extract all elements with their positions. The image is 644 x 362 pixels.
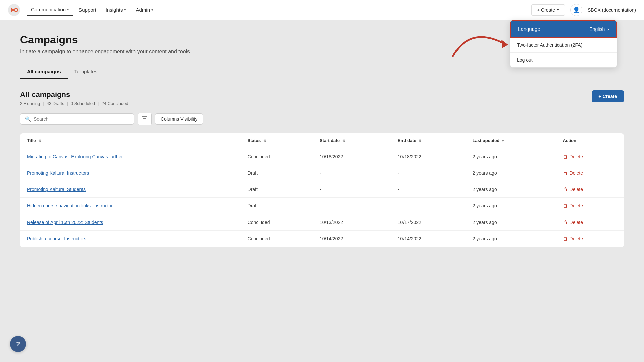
help-button[interactable]: ? [10, 336, 26, 352]
top-navigation: Communication ▾ Support Insights ▾ Admin… [0, 0, 644, 20]
delete-label: Delete [570, 170, 583, 176]
cell-start-date-2: - [313, 181, 391, 198]
language-chevron-icon: › [607, 26, 609, 32]
two-fa-label: Two-factor Authentication (2FA) [517, 42, 582, 48]
cell-start-date-3: - [313, 198, 391, 214]
campaigns-section-title: All campaigns [20, 90, 128, 99]
cell-end-date-1: - [391, 165, 466, 181]
column-header-title[interactable]: Title ⇅ [20, 133, 241, 148]
delete-label: Delete [570, 187, 583, 192]
nav-insights[interactable]: Insights ▾ [102, 4, 130, 15]
cell-last-updated-2: 2 years ago [466, 181, 556, 198]
nav-communication-label: Communication [31, 7, 66, 12]
language-value: English [589, 26, 605, 32]
language-label: Language [518, 26, 540, 32]
table-header-row: Title ⇅ Status ⇅ Start date ⇅ End date ⇅ [20, 133, 624, 148]
cell-title-2: Promoting Kaltura: Students [20, 181, 241, 198]
tab-all-campaigns[interactable]: All campaigns [20, 65, 68, 79]
campaign-link-5[interactable]: Publish a course: Instructors [27, 236, 86, 241]
user-name-label[interactable]: SBOX (documentation) [588, 7, 636, 13]
cell-title-0: Migrating to Canvas: Exploring Canvas fu… [20, 148, 241, 165]
cell-action-2: 🗑 Delete [556, 181, 624, 198]
column-header-last-updated[interactable]: Last updated ▾ [466, 133, 556, 148]
table-row: Promoting Kaltura: Students Draft - - 2 … [20, 181, 624, 198]
nav-create-chevron-icon: ▾ [557, 8, 559, 12]
cell-end-date-4: 10/17/2022 [391, 214, 466, 231]
column-header-start-date[interactable]: Start date ⇅ [313, 133, 391, 148]
table-row: Promoting Kaltura: Instructors Draft - -… [20, 165, 624, 181]
cell-status-1: Draft [241, 165, 313, 181]
nav-support[interactable]: Support [74, 4, 100, 15]
cell-action-1: 🗑 Delete [556, 165, 624, 181]
nav-create-button[interactable]: + Create ▾ [531, 4, 565, 16]
campaigns-stats: 2 Running | 43 Drafts | 0 Scheduled | 24… [20, 101, 128, 106]
campaign-link-4[interactable]: Release of April 16th 2022: Students [27, 220, 103, 225]
two-fa-menu-item[interactable]: Two-factor Authentication (2FA) [510, 38, 617, 53]
cell-end-date-0: 10/18/2022 [391, 148, 466, 165]
nav-create-label: + Create [537, 7, 555, 13]
trash-icon: 🗑 [563, 220, 568, 225]
tab-all-campaigns-label: All campaigns [27, 69, 61, 74]
delete-label: Delete [570, 154, 583, 159]
delete-label: Delete [570, 220, 583, 225]
tab-templates[interactable]: Templates [68, 65, 104, 79]
campaign-link-1[interactable]: Promoting Kaltura: Instructors [27, 170, 89, 176]
nav-admin[interactable]: Admin ▾ [131, 4, 157, 15]
create-campaign-label: + Create [598, 94, 617, 99]
delete-button-3[interactable]: 🗑 Delete [563, 203, 583, 208]
delete-button-0[interactable]: 🗑 Delete [563, 154, 583, 159]
table-row: Hidden course navigation links: Instruct… [20, 198, 624, 214]
language-menu-item[interactable]: Language English › [510, 20, 617, 38]
user-avatar-button[interactable]: 👤 [570, 4, 582, 16]
cell-action-5: 🗑 Delete [556, 231, 624, 247]
cell-status-4: Concluded [241, 214, 313, 231]
campaign-link-2[interactable]: Promoting Kaltura: Students [27, 187, 86, 192]
cell-start-date-1: - [313, 165, 391, 181]
toolbar: 🔍 Columns Visibility [20, 113, 624, 125]
last-updated-sort-icon: ▾ [502, 139, 504, 143]
trash-icon: 🗑 [563, 236, 568, 241]
cell-last-updated-1: 2 years ago [466, 165, 556, 181]
delete-button-2[interactable]: 🗑 Delete [563, 187, 583, 192]
cell-action-3: 🗑 Delete [556, 198, 624, 214]
column-header-action: Action [556, 133, 624, 148]
search-input[interactable] [34, 116, 129, 122]
cell-start-date-0: 10/18/2022 [313, 148, 391, 165]
search-box[interactable]: 🔍 [20, 113, 134, 125]
column-header-end-date[interactable]: End date ⇅ [391, 133, 466, 148]
column-header-status[interactable]: Status ⇅ [241, 133, 313, 148]
delete-label: Delete [570, 236, 583, 241]
trash-icon: 🗑 [563, 170, 568, 176]
filter-icon [142, 116, 147, 122]
cell-start-date-5: 10/14/2022 [313, 231, 391, 247]
logout-label: Log out [517, 57, 533, 63]
delete-button-1[interactable]: 🗑 Delete [563, 170, 583, 176]
tab-templates-label: Templates [74, 69, 97, 74]
stat-scheduled: 0 Scheduled [71, 101, 95, 106]
nav-support-label: Support [78, 7, 96, 13]
nav-communication[interactable]: Communication ▾ [27, 4, 73, 16]
columns-visibility-button[interactable]: Columns Visibility [155, 113, 203, 125]
cell-action-0: 🗑 Delete [556, 148, 624, 165]
cell-end-date-3: - [391, 198, 466, 214]
campaign-link-0[interactable]: Migrating to Canvas: Exploring Canvas fu… [27, 154, 123, 159]
create-campaign-button[interactable]: + Create [592, 90, 624, 102]
delete-button-4[interactable]: 🗑 Delete [563, 220, 583, 225]
campaign-link-3[interactable]: Hidden course navigation links: Instruct… [27, 203, 113, 208]
topnav-right: + Create ▾ 👤 SBOX (documentation) [531, 4, 636, 16]
logout-menu-item[interactable]: Log out [510, 53, 617, 67]
logo[interactable] [8, 4, 20, 16]
campaigns-header: All campaigns 2 Running | 43 Drafts | 0 … [20, 90, 624, 106]
insights-chevron-icon: ▾ [124, 8, 126, 12]
delete-button-5[interactable]: 🗑 Delete [563, 236, 583, 241]
search-icon: 🔍 [25, 116, 31, 122]
user-dropdown-menu: Language English › Two-factor Authentica… [510, 20, 617, 68]
cell-title-3: Hidden course navigation links: Instruct… [20, 198, 241, 214]
trash-icon: 🗑 [563, 187, 568, 192]
cell-status-0: Concluded [241, 148, 313, 165]
stat-drafts: 43 Drafts [47, 101, 64, 106]
filter-button[interactable] [138, 113, 152, 125]
cell-title-4: Release of April 16th 2022: Students [20, 214, 241, 231]
campaigns-table: Title ⇅ Status ⇅ Start date ⇅ End date ⇅ [20, 133, 624, 247]
cell-last-updated-3: 2 years ago [466, 198, 556, 214]
